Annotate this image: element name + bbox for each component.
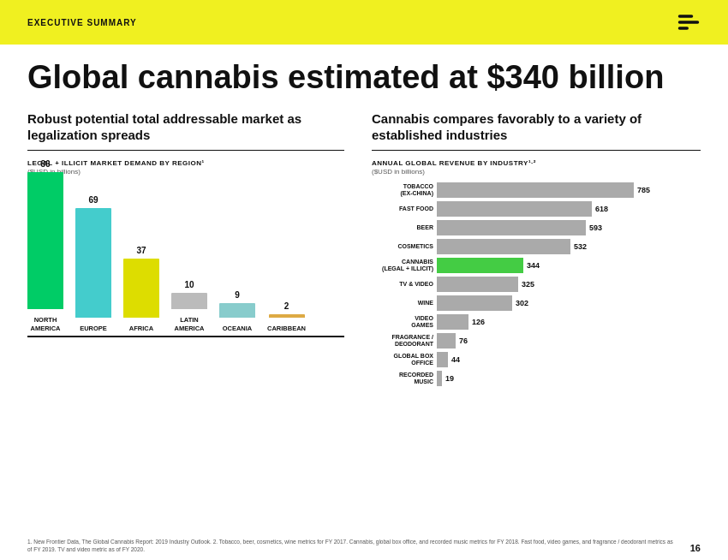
bar-value: 9 bbox=[235, 290, 240, 300]
hbar-track: 19 bbox=[437, 371, 701, 386]
bar-fill bbox=[75, 208, 111, 318]
bar-fill bbox=[269, 314, 305, 318]
bar-name: CARIBBEAN bbox=[267, 325, 306, 333]
bar-fill bbox=[27, 172, 63, 309]
footnote: 1. New Frontier Data, The Global Cannabi… bbox=[27, 538, 678, 553]
bar-fill bbox=[219, 303, 255, 318]
svg-rect-0 bbox=[678, 15, 694, 18]
hbar-row: BEER593 bbox=[372, 220, 701, 235]
hbar-val: 593 bbox=[589, 223, 602, 232]
hbar-row: FAST FOOD618 bbox=[372, 201, 701, 217]
left-divider bbox=[27, 150, 344, 151]
bar-value: 37 bbox=[136, 246, 146, 255]
hbar-row: GLOBAL BOXOFFICE44 bbox=[372, 352, 701, 367]
hbar-label: CANNABIS(LEGAL + ILLICIT) bbox=[372, 259, 433, 273]
page-title: Global cannabis estimated at $340 billio… bbox=[27, 60, 701, 96]
hbar-fill bbox=[437, 277, 518, 292]
bar-value: 69 bbox=[88, 195, 98, 205]
svg-rect-1 bbox=[678, 21, 700, 24]
hbar-track: 126 bbox=[437, 314, 701, 330]
two-column-layout: Robust potential total addressable marke… bbox=[27, 111, 701, 390]
hbar-val: 76 bbox=[459, 337, 468, 345]
hbar-label: FAST FOOD bbox=[372, 206, 433, 212]
bar-value: 86 bbox=[40, 159, 50, 169]
hbar-label: TOBACCO(EX-CHINA) bbox=[372, 183, 433, 198]
hbar-fill bbox=[437, 239, 570, 254]
left-bar-chart: 86NORTHAMERICA69EUROPE37AFRICA10LATINAME… bbox=[27, 182, 344, 332]
hbar-track: 325 bbox=[437, 277, 701, 292]
hbar-row: WINE302 bbox=[372, 295, 701, 311]
hbar-track: 532 bbox=[437, 239, 701, 254]
right-column: Cannabis compares favorably to a variety… bbox=[372, 111, 701, 390]
bar-group: 9OCEANIA bbox=[219, 290, 255, 333]
hbar-track: 76 bbox=[437, 333, 701, 349]
hbar-label: BEER bbox=[372, 224, 433, 231]
hbar-label: VIDEOGAMES bbox=[372, 315, 433, 330]
exec-summary-label: EXECUTIVE SUMMARY bbox=[27, 18, 137, 27]
bar-fill bbox=[123, 259, 159, 318]
left-section-title: Robust potential total addressable marke… bbox=[27, 111, 344, 144]
hbar-row: TOBACCO(EX-CHINA)785 bbox=[372, 182, 701, 198]
hbar-row: CANNABIS(LEGAL + ILLICIT)344 bbox=[372, 258, 701, 273]
right-section-title: Cannabis compares favorably to a variety… bbox=[372, 111, 701, 144]
left-chart-label: LEGAL + ILLICIT MARKET DEMAND BY REGION¹ bbox=[27, 159, 344, 167]
left-axis bbox=[27, 336, 344, 337]
hbar-fill bbox=[437, 182, 634, 198]
bar-value: 2 bbox=[284, 301, 289, 311]
hbar-label: COSMETICS bbox=[372, 243, 433, 250]
hbar-val: 44 bbox=[451, 355, 460, 364]
footer: 1. New Frontier Data, The Global Cannabi… bbox=[0, 538, 728, 553]
hbar-label: GLOBAL BOXOFFICE bbox=[372, 353, 433, 367]
hbar-track: 618 bbox=[437, 201, 701, 217]
hbar-fill bbox=[437, 220, 586, 235]
hbar-label: TV & VIDEO bbox=[372, 281, 433, 288]
top-bar: EXECUTIVE SUMMARY bbox=[0, 0, 728, 45]
bar-name: EUROPE bbox=[80, 325, 107, 333]
hbar-val: 344 bbox=[527, 261, 540, 270]
bar-fill bbox=[171, 293, 207, 309]
bar-group: 69EUROPE bbox=[75, 195, 111, 333]
hbar-track: 785 bbox=[437, 182, 701, 198]
logo-icon bbox=[677, 10, 701, 34]
hbar-label: FRAGRANCE /DEODORANT bbox=[372, 334, 433, 349]
hbar-row: RECORDEDMUSIC19 bbox=[372, 371, 701, 386]
hbar-val: 532 bbox=[574, 242, 587, 251]
right-bar-chart: TOBACCO(EX-CHINA)785FAST FOOD618BEER593C… bbox=[372, 182, 701, 386]
hbar-val: 126 bbox=[472, 318, 485, 326]
bar-value: 10 bbox=[184, 280, 194, 289]
hbar-label: RECORDEDMUSIC bbox=[372, 372, 433, 386]
hbar-track: 44 bbox=[437, 352, 701, 367]
left-column: Robust potential total addressable marke… bbox=[27, 111, 344, 390]
right-chart-label: ANNUAL GLOBAL REVENUE BY INDUSTRY¹·² bbox=[372, 159, 701, 167]
hbar-fill bbox=[437, 352, 448, 367]
hbar-val: 785 bbox=[637, 186, 650, 194]
bar-group: 86NORTHAMERICA bbox=[27, 159, 63, 333]
hbar-fill bbox=[437, 333, 456, 349]
bar-name: OCEANIA bbox=[223, 325, 253, 333]
hbar-track: 344 bbox=[437, 258, 701, 273]
main-content: Global cannabis estimated at $340 billio… bbox=[0, 45, 728, 398]
bar-name: NORTHAMERICA bbox=[31, 316, 61, 333]
hbar-fill bbox=[437, 371, 442, 386]
hbar-track: 593 bbox=[437, 220, 701, 235]
hbar-row: FRAGRANCE /DEODORANT76 bbox=[372, 333, 701, 349]
hbar-fill bbox=[437, 295, 512, 311]
svg-rect-2 bbox=[678, 27, 689, 30]
hbar-val: 618 bbox=[595, 205, 608, 213]
hbar-fill bbox=[437, 314, 468, 330]
left-chart-sublabel: ($USD in billions) bbox=[27, 168, 344, 176]
hbar-val: 325 bbox=[522, 280, 534, 289]
hbar-label: WINE bbox=[372, 300, 433, 307]
bar-name: LATINAMERICA bbox=[175, 316, 205, 333]
hbar-fill bbox=[437, 258, 523, 273]
bar-group: 37AFRICA bbox=[123, 246, 159, 333]
page-number: 16 bbox=[690, 543, 701, 553]
hbar-val: 19 bbox=[445, 374, 454, 383]
right-chart-sublabel: ($USD in billions) bbox=[372, 168, 701, 176]
hbar-row: TV & VIDEO325 bbox=[372, 277, 701, 292]
right-divider bbox=[372, 150, 701, 151]
hbar-row: VIDEOGAMES126 bbox=[372, 314, 701, 330]
hbar-fill bbox=[437, 201, 592, 217]
bar-group: 10LATINAMERICA bbox=[171, 280, 207, 333]
hbar-val: 302 bbox=[516, 299, 528, 307]
